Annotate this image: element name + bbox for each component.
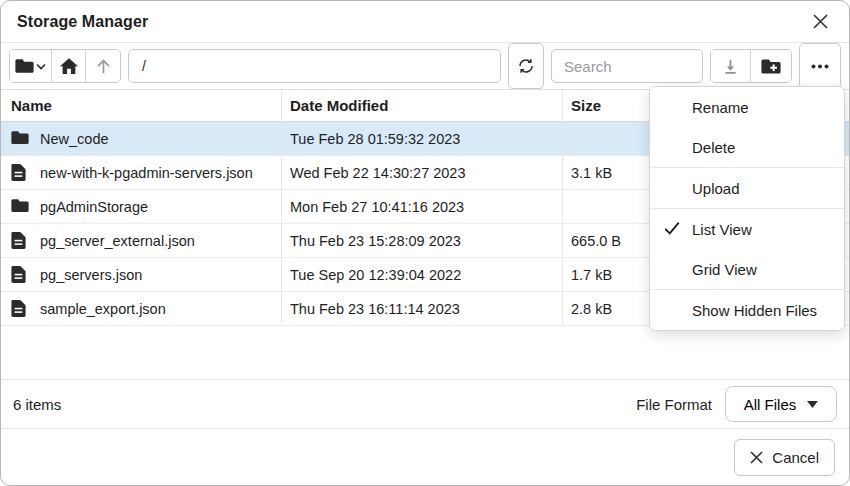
- file-icon: [11, 164, 29, 182]
- new-folder-button[interactable]: [751, 50, 791, 82]
- menu-item-label: Delete: [692, 139, 735, 156]
- search-input[interactable]: [551, 49, 703, 83]
- x-icon: [750, 451, 763, 464]
- refresh-button[interactable]: [508, 43, 544, 89]
- menu-item-rename[interactable]: Rename: [650, 87, 844, 127]
- cancel-label: Cancel: [772, 449, 819, 466]
- file-name: pgAdminStorage: [40, 199, 148, 215]
- file-date: Wed Feb 22 14:30:27 2023: [282, 156, 563, 189]
- column-header-name[interactable]: Name: [1, 90, 282, 121]
- file-name: sample_export.json: [40, 301, 166, 317]
- more-options-button[interactable]: [799, 43, 841, 89]
- file-icon: [11, 300, 29, 318]
- file-date: Thu Feb 23 16:11:14 2023: [282, 292, 563, 325]
- menu-item-delete[interactable]: Delete: [650, 127, 844, 167]
- home-icon: [60, 58, 78, 75]
- folder-icon: [11, 130, 29, 148]
- toolbar: [1, 43, 849, 89]
- menu-item-label: List View: [692, 221, 752, 238]
- select-folder-button[interactable]: [10, 50, 52, 82]
- empty-file-area: [1, 326, 849, 379]
- file-format-select[interactable]: All Files: [725, 386, 837, 422]
- options-menu: Rename Delete Upload List View Grid View…: [649, 86, 845, 331]
- checkmark-icon: [663, 219, 681, 237]
- file-name: pg_server_external.json: [40, 233, 195, 249]
- cancel-button[interactable]: Cancel: [734, 439, 835, 476]
- menu-item-label: Rename: [692, 99, 749, 116]
- menu-item-label: Grid View: [692, 261, 757, 278]
- navigation-button-group: [9, 49, 121, 83]
- storage-manager-dialog: Storage Manager: [0, 0, 850, 486]
- arrow-up-icon: [95, 58, 112, 75]
- file-date: Thu Feb 23 15:28:09 2023: [282, 224, 563, 257]
- file-icon: [11, 266, 29, 284]
- menu-item-list-view[interactable]: List View: [650, 209, 844, 249]
- dialog-close-button[interactable]: [807, 9, 833, 35]
- menu-item-grid-view[interactable]: Grid View: [650, 249, 844, 289]
- menu-item-label: Show Hidden Files: [692, 302, 817, 319]
- folder-plus-icon: [761, 58, 781, 75]
- file-name: New_code: [40, 131, 109, 147]
- caret-down-icon: [807, 401, 818, 408]
- menu-item-label: Upload: [692, 180, 740, 197]
- download-icon: [722, 58, 739, 75]
- menu-item-show-hidden-files[interactable]: Show Hidden Files: [650, 290, 844, 330]
- menu-item-upload[interactable]: Upload: [650, 168, 844, 208]
- file-name: pg_servers.json: [40, 267, 142, 283]
- file-ops-button-group: [710, 49, 792, 83]
- dialog-title: Storage Manager: [17, 13, 148, 31]
- file-name: new-with-k-pgadmin-servers.json: [40, 165, 253, 181]
- path-input[interactable]: [128, 49, 501, 83]
- file-date: Tue Sep 20 12:39:04 2022: [282, 258, 563, 291]
- file-format-value: All Files: [744, 396, 797, 413]
- chevron-down-icon: [36, 63, 46, 70]
- file-format-label: File Format: [636, 396, 712, 413]
- home-button[interactable]: [52, 50, 86, 82]
- folder-icon: [11, 198, 29, 216]
- file-icon: [11, 232, 29, 250]
- title-bar: Storage Manager: [1, 1, 849, 43]
- file-date: Tue Feb 28 01:59:32 2023: [282, 122, 563, 155]
- file-date: Mon Feb 27 10:41:16 2023: [282, 190, 563, 223]
- ellipsis-icon: [811, 64, 829, 69]
- status-footer: 6 items File Format All Files: [1, 379, 849, 428]
- action-bar: Cancel: [1, 428, 849, 485]
- column-header-date-modified[interactable]: Date Modified: [282, 90, 563, 121]
- close-icon: [812, 13, 829, 30]
- refresh-icon: [517, 57, 535, 75]
- items-count: 6 items: [13, 396, 61, 413]
- folder-icon: [15, 58, 34, 74]
- up-directory-button[interactable]: [86, 50, 120, 82]
- download-button[interactable]: [711, 50, 751, 82]
